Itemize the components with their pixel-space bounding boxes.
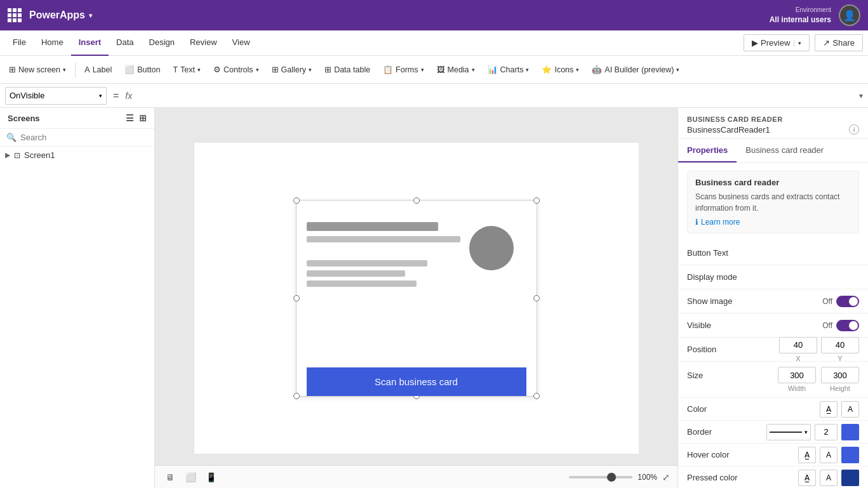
border-label: Border (687, 427, 754, 437)
hover-color-icons: A̲ A (798, 447, 859, 463)
border-style-chevron: ▾ (805, 429, 808, 435)
left-panel: Screens ☰ ⊞ 🔍 ▶ ⊡ Screen1 (0, 108, 155, 488)
menu-bar: File Home Insert Data Design Review View… (0, 30, 868, 56)
list-view-icon[interactable]: ☰ (126, 113, 134, 123)
bc-card-area (307, 216, 526, 362)
env-name: All internal users (770, 15, 831, 25)
search-input[interactable] (20, 133, 148, 142)
waffle-icon[interactable] (8, 8, 22, 22)
fullscreen-icon[interactable]: ⤢ (662, 472, 670, 482)
text-button[interactable]: T Text ▾ (168, 60, 206, 80)
prop-pressed-color: Pressed color A̲ A (678, 466, 868, 488)
forms-chevron-icon: ▾ (421, 67, 424, 73)
app-chevron-icon: ▾ (89, 12, 92, 19)
prop-button-text: Button Text (678, 241, 868, 265)
visible-toggle-area: Off (754, 320, 859, 331)
media-button[interactable]: 🖼 Media ▾ (432, 60, 480, 80)
data-table-button[interactable]: ⊞ Data table (319, 60, 375, 80)
toolbar-sep-1 (75, 62, 76, 77)
bc-line-shorter (307, 270, 406, 277)
menu-right-actions: ▶ Preview ▾ ↗ Share (744, 34, 863, 51)
tab-biz-card[interactable]: Business card reader (737, 139, 832, 162)
zoom-slider[interactable] (569, 476, 632, 478)
share-icon: ↗ (823, 38, 830, 48)
color-fill-icon[interactable]: A̲ (820, 401, 838, 418)
media-icon: 🖼 (437, 65, 445, 74)
width-group: Width (778, 367, 816, 392)
pressed-color-icons: A̲ A (798, 470, 859, 486)
show-image-toggle[interactable] (836, 296, 859, 307)
formula-expand-icon[interactable]: ▾ (859, 91, 863, 100)
menu-data[interactable]: Data (109, 30, 141, 56)
border-line (770, 432, 802, 433)
gallery-button[interactable]: ⊞ Gallery ▾ (267, 60, 317, 80)
user-avatar[interactable]: 👤 (839, 4, 860, 26)
env-label: Environment (770, 6, 831, 15)
search-bar: 🔍 (0, 129, 154, 147)
button-button[interactable]: ⬜ Button (119, 60, 165, 80)
charts-button[interactable]: 📊 Charts ▾ (483, 60, 535, 80)
screens-header-icons: ☰ ⊞ (126, 113, 147, 123)
grid-view-icon[interactable]: ⊞ (139, 113, 147, 123)
prop-border: Border ▾ (678, 421, 868, 444)
tablet-view-icon[interactable]: ⬜ (183, 470, 198, 485)
border-style-select[interactable]: ▾ (766, 424, 811, 440)
share-button[interactable]: ↗ Share (815, 34, 863, 51)
hover-fill-icon[interactable]: A̲ (798, 447, 816, 463)
canvas-page: Scan business card (194, 143, 639, 454)
forms-button[interactable]: 📋 Forms ▾ (378, 60, 429, 80)
learn-more-link[interactable]: ℹ Learn more (695, 218, 851, 227)
rp-tooltip: Business card reader Scans business card… (687, 171, 859, 234)
width-input[interactable] (778, 367, 816, 383)
pressed-color-label: Pressed color (687, 473, 754, 482)
show-image-off-text: Off (822, 297, 832, 306)
rp-header: BUSINESS CARD READER BusinessCardReader1… (678, 108, 868, 139)
hover-outline-icon[interactable]: A (820, 447, 838, 463)
screens-label: Screens (8, 114, 40, 123)
height-input[interactable] (821, 367, 859, 383)
property-select[interactable]: OnVisible ▾ (5, 87, 107, 105)
menu-view[interactable]: View (225, 30, 258, 56)
menu-insert[interactable]: Insert (71, 30, 109, 56)
env-info: Environment All internal users (770, 6, 831, 25)
pressed-outline-icon[interactable]: A (820, 470, 838, 486)
top-bar: PowerApps ▾ Environment All internal use… (0, 0, 868, 30)
icons-button[interactable]: ⭐ Icons ▾ (537, 60, 584, 80)
menu-design[interactable]: Design (142, 30, 182, 56)
screen1-label: Screen1 (24, 150, 55, 160)
pos-x-input[interactable] (779, 337, 817, 353)
color-outline-icon[interactable]: A (841, 401, 859, 418)
new-screen-button[interactable]: ⊞ New screen ▾ (4, 60, 71, 80)
menu-file[interactable]: File (5, 30, 34, 56)
visible-toggle[interactable] (836, 320, 859, 331)
scan-business-card-button[interactable]: Scan business card (307, 367, 526, 396)
pos-y-input[interactable] (821, 337, 859, 353)
border-width-input[interactable] (815, 424, 838, 440)
screen1-item[interactable]: ▶ ⊡ Screen1 (0, 147, 154, 164)
icons-icon: ⭐ (542, 65, 552, 74)
menu-review[interactable]: Review (182, 30, 225, 56)
info-icon[interactable]: i (849, 124, 859, 135)
position-label: Position (687, 345, 754, 354)
button-icon: ⬜ (124, 65, 135, 74)
bc-avatar-circle (469, 226, 514, 270)
app-title[interactable]: PowerApps ▾ (29, 10, 92, 21)
height-group: Height (821, 367, 859, 392)
new-screen-chevron-icon: ▾ (63, 67, 66, 73)
desktop-view-icon[interactable]: 🖥 (163, 470, 178, 485)
menu-home[interactable]: Home (34, 30, 71, 56)
formula-input[interactable] (136, 87, 855, 105)
pressed-color-swatch[interactable] (841, 470, 859, 486)
bc-widget[interactable]: Scan business card (296, 200, 537, 397)
border-color-swatch[interactable] (841, 424, 859, 440)
mobile-view-icon[interactable]: 📱 (203, 470, 218, 485)
label-button[interactable]: A Label (79, 60, 117, 80)
plus-icon: ⊞ (9, 65, 16, 74)
ai-builder-button[interactable]: 🤖 AI Builder (preview) ▾ (587, 60, 684, 80)
pressed-fill-icon[interactable]: A̲ (798, 470, 816, 486)
tab-properties[interactable]: Properties (678, 139, 737, 162)
hover-color-swatch[interactable] (841, 447, 859, 463)
preview-button[interactable]: ▶ Preview ▾ (744, 34, 810, 51)
controls-button[interactable]: ⚙ Controls ▾ (208, 60, 264, 80)
prop-hover-color: Hover color A̲ A (678, 444, 868, 466)
